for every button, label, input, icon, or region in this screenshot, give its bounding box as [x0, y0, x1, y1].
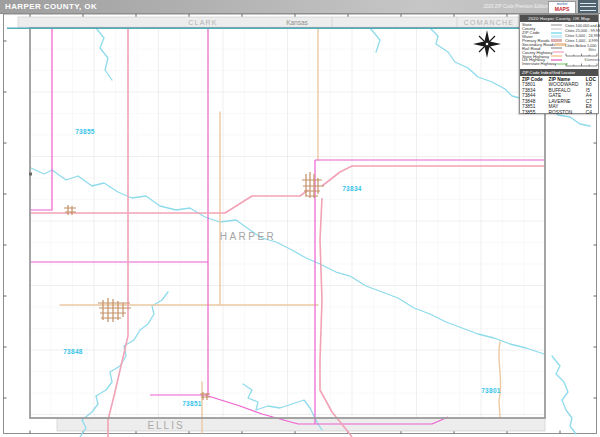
legend-chip [551, 55, 562, 57]
zip-label-73855: 73855 [75, 128, 95, 135]
city-class-row: Cities 25,000 - 99,999 City [565, 28, 600, 33]
legend-panel: 2020 Harper County, OK Map State County … [519, 14, 599, 114]
zip-table-row: 73855ROSSTONC4 [520, 110, 598, 116]
zip-label-73801: 73801 [481, 387, 501, 394]
township-grid [30, 28, 545, 418]
county-name-label: HARPER [220, 231, 277, 242]
city-class-row: Cities 1,000 - 4,999 City [565, 38, 600, 43]
legend-chip [551, 24, 562, 26]
legend-header: 2020 Harper County, OK Map [520, 15, 598, 22]
legend-body: State County ZIP Code Water Primary Road… [520, 22, 598, 68]
boundary-marker [29, 173, 32, 176]
scale-bar-miles: Miles [565, 49, 600, 58]
scale-bar-kilometers: Kilometers [565, 59, 600, 68]
north-neighbor-band [18, 17, 520, 27]
neighbor-label-ellis: ELLIS [147, 420, 184, 431]
neighbor-label-clark: CLARK [188, 19, 217, 26]
legend-cities-column: Cities 100,000 and Above Cities 25,000 -… [565, 23, 600, 68]
zip-label-73851: 73851 [182, 400, 202, 407]
zip-index-header: ZIP Code Index/Grid Locator [520, 69, 598, 76]
neighbor-label-comanche: COMANCHE [464, 19, 514, 26]
zip-label-73848: 73848 [63, 348, 83, 355]
city-class-row: Cities 5,000 - 24,999 City [565, 33, 600, 38]
edition-label: 2020 ZIP Code Premium Edition [484, 4, 548, 9]
legend-chip [551, 28, 562, 30]
county-map: CLARK Kansas COMANCHE ELLIS HARPER 73855… [0, 13, 600, 437]
legend-chip [551, 32, 562, 34]
page-title: HARPER COUNTY, OK [0, 2, 97, 11]
legend-chip [551, 35, 562, 37]
legend-item: Interstate Highway [522, 62, 562, 66]
legend-symbols-column: State County ZIP Code Water Primary Road… [522, 23, 562, 68]
title-bar: HARPER COUNTY, OK 2020 ZIP Code Premium … [0, 0, 600, 14]
legend-chip [553, 51, 564, 53]
neighbor-label-kansas: Kansas [286, 19, 308, 26]
logo-side-panel [578, 0, 598, 13]
south-neighbor-band [57, 419, 545, 432]
zip-label-73834: 73834 [342, 185, 362, 192]
map-page: HARPER COUNTY, OK 2020 ZIP Code Premium … [0, 0, 600, 437]
city-class-row: Cities 100,000 and Above [565, 23, 600, 28]
logo-maps-text: MAPS [555, 7, 569, 12]
zip-index-table: ZIP Code ZIP Name LOC 73801WOODWARDK8 73… [520, 77, 598, 116]
